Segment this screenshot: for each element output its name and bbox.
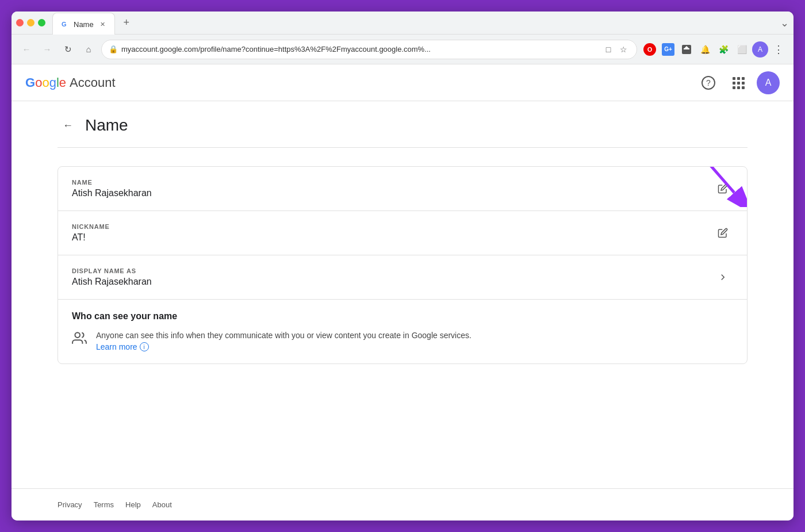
about-link[interactable]: About [152, 500, 172, 509]
traffic-lights [16, 19, 45, 26]
user-avatar-toolbar[interactable]: A [752, 41, 768, 58]
puzzle-icon[interactable]: 🧩 [715, 41, 731, 58]
window-controls: ⌄ [780, 17, 789, 29]
logo-o2: o [42, 75, 49, 90]
who-can-see-section: Who can see your name Anyone can see t [58, 300, 747, 363]
security-lock-icon: 🔒 [109, 45, 118, 53]
google-logo: GoogleAccount [25, 75, 116, 90]
who-can-see-description: Anyone can see this info when they commu… [96, 330, 471, 342]
display-name-value: Atish Rajasekharan [72, 277, 712, 287]
name-value: Atish Rajasekharan [72, 188, 712, 198]
display-name-info: DISPLAY NAME AS Atish Rajasekharan [72, 267, 712, 287]
logo-g2: g [49, 75, 56, 90]
display-name-label: DISPLAY NAME AS [72, 267, 712, 274]
maximize-window-button[interactable] [38, 19, 45, 26]
user-avatar-header[interactable]: A [757, 71, 780, 94]
back-page-button[interactable]: ← [57, 115, 78, 136]
help-link[interactable]: Help [125, 500, 141, 509]
notification-icon[interactable]: 🔔 [697, 41, 713, 58]
logo-o1: o [35, 75, 42, 90]
page-title: Name [85, 116, 128, 135]
display-name-chevron-button[interactable] [712, 267, 733, 288]
svg-rect-10 [742, 82, 745, 85]
people-icon [72, 331, 87, 349]
tab-bar: G Name ✕ + [52, 12, 414, 34]
google-header: GoogleAccount ? [12, 64, 793, 101]
extension-icon-2[interactable] [678, 41, 695, 58]
ext-badge-1: G+ [662, 43, 674, 56]
reload-button[interactable]: ↻ [60, 41, 76, 58]
pencil-icon [718, 183, 728, 194]
apps-grid-button[interactable] [727, 71, 750, 94]
edit-nickname-button[interactable] [712, 223, 733, 243]
address-bar: ← → ↻ ⌂ 🔒 myaccount.google.com/profile/n… [12, 35, 793, 64]
opera-logo: O [643, 43, 656, 56]
name-info: NAME Atish Rajasekharan [72, 179, 712, 198]
main-content: ← Name NAME Atish Rajasekharan [12, 101, 793, 488]
nickname-row: NICKNAME AT! [58, 211, 747, 255]
logo-e: e [59, 75, 66, 90]
svg-rect-13 [742, 86, 745, 89]
svg-text:G: G [62, 21, 67, 28]
page-header: ← Name [57, 101, 747, 148]
svg-rect-12 [737, 86, 740, 89]
close-window-button[interactable] [16, 19, 24, 26]
pencil-nickname-icon [718, 228, 728, 238]
active-tab[interactable]: G Name ✕ [52, 13, 115, 35]
opera-icon[interactable]: O [642, 41, 658, 58]
nickname-label: NICKNAME [72, 223, 712, 230]
extension-icon-1[interactable]: G+ [660, 41, 676, 58]
svg-point-16 [75, 332, 80, 338]
tab-favicon: G [60, 20, 69, 29]
display-name-row: DISPLAY NAME AS Atish Rajasekharan [58, 255, 747, 300]
terms-link[interactable]: Terms [94, 500, 114, 509]
minimize-window-button[interactable] [27, 19, 34, 26]
page-content: GoogleAccount ? [12, 64, 793, 520]
who-can-see-title: Who can see your name [72, 311, 733, 322]
nickname-value: AT! [72, 232, 712, 243]
nickname-info: NICKNAME AT! [72, 223, 712, 243]
privacy-link[interactable]: Privacy [57, 500, 82, 509]
ext-icon-2-svg [681, 44, 692, 55]
logo-g: G [25, 75, 35, 90]
who-can-see-content: Anyone can see this info when they commu… [96, 330, 471, 352]
url-action-icons: □ ☆ [602, 43, 630, 56]
who-can-see-body: Anyone can see this info when they commu… [72, 330, 733, 352]
edit-name-button[interactable] [712, 178, 733, 199]
header-right: ? A [697, 71, 780, 94]
svg-rect-5 [733, 77, 735, 80]
tab-title: Name [74, 20, 94, 29]
logo-account-text: Account [70, 75, 116, 90]
back-arrow-icon: ← [63, 120, 73, 132]
name-label: NAME [72, 179, 712, 186]
svg-rect-9 [737, 82, 740, 85]
share-icon[interactable]: □ [602, 43, 615, 56]
apps-grid-icon [732, 76, 745, 89]
svg-rect-7 [742, 77, 745, 80]
url-text: myaccount.google.com/profile/name?contin… [121, 45, 599, 53]
back-button[interactable]: ← [18, 41, 34, 58]
people-svg-icon [72, 331, 87, 346]
browser-toolbar-right: O G+ 🔔 🧩 ⬜ A ⋮ [642, 41, 787, 58]
info-circle-icon: i [140, 342, 149, 351]
page-footer: Privacy Terms Help About [12, 488, 793, 520]
url-bar[interactable]: 🔒 myaccount.google.com/profile/name?cont… [101, 40, 637, 59]
svg-rect-8 [733, 82, 735, 85]
new-tab-button[interactable]: + [118, 15, 135, 31]
bookmark-icon[interactable]: ☆ [617, 43, 630, 56]
home-button[interactable]: ⌂ [80, 41, 97, 58]
layout-icon[interactable]: ⬜ [734, 41, 750, 58]
help-icon: ? [702, 76, 715, 90]
help-button[interactable]: ? [697, 71, 720, 94]
svg-rect-11 [733, 86, 735, 89]
info-card: NAME Atish Rajasekharan [57, 166, 747, 364]
tab-close-button[interactable]: ✕ [98, 20, 108, 29]
name-row: NAME Atish Rajasekharan [58, 167, 747, 211]
forward-button[interactable]: → [39, 41, 55, 58]
learn-more-link[interactable]: Learn more i [96, 342, 149, 351]
svg-rect-3 [684, 48, 689, 49]
menu-icon[interactable]: ⋮ [770, 41, 787, 58]
svg-rect-6 [737, 77, 740, 80]
learn-more-text: Learn more [96, 342, 137, 351]
title-bar: G Name ✕ + ⌄ [12, 12, 793, 35]
